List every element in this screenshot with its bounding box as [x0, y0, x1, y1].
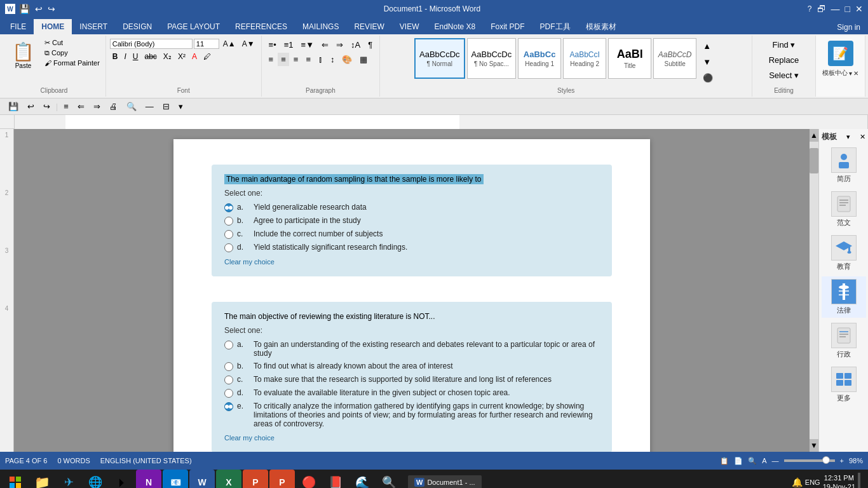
tab-home[interactable]: HOME [34, 19, 72, 34]
taskbar-word[interactable]: W [189, 470, 215, 488]
taskbar-screenshots[interactable]: 📁 [29, 470, 55, 488]
layout-btn[interactable]: ⊟ [159, 100, 173, 113]
font-size-input[interactable] [194, 39, 219, 49]
undo-quick-btn[interactable]: ↩ [34, 4, 44, 14]
scroll-down-btn[interactable]: ▼ [810, 439, 818, 452]
align-center-btn[interactable]: ≡ [278, 53, 289, 66]
style-heading2[interactable]: AaBbCcI Heading 2 [563, 38, 606, 79]
taskbar-onenote[interactable]: N [136, 470, 161, 488]
tab-review[interactable]: REVIEW [346, 19, 391, 34]
close-btn[interactable]: ✕ [855, 4, 863, 14]
paste-button[interactable]: 📋 Paste [6, 38, 40, 72]
q1-radio-d[interactable] [224, 243, 233, 252]
q2-radio-a[interactable] [224, 341, 233, 349]
shrink-font-btn[interactable]: A▼ [240, 38, 257, 50]
undo-btn[interactable]: ↩ [24, 100, 37, 113]
show-desktop-btn[interactable] [858, 473, 860, 488]
tab-references[interactable]: REFERENCES [227, 19, 295, 34]
q2-radio-e[interactable] [224, 402, 233, 411]
columns-btn[interactable]: ⫿ [315, 53, 326, 66]
scroll-up-btn[interactable]: ▲ [810, 129, 818, 142]
taskbar-edge[interactable]: 🌊 [349, 470, 375, 488]
scroll-thumb[interactable] [810, 148, 818, 173]
show-hide-btn[interactable]: ¶ [365, 38, 376, 51]
style-title[interactable]: AaBl Title [608, 38, 651, 79]
shading-btn[interactable]: 🎨 [339, 53, 355, 66]
cut-button[interactable]: ✂ Cut [43, 38, 102, 48]
notification-icon[interactable]: 🔔 [792, 477, 803, 487]
style-normal[interactable]: AaBbCcDc ¶ Normal [414, 38, 465, 79]
more-btn[interactable]: ▾ [175, 100, 186, 113]
tab-file[interactable]: FILE [3, 19, 34, 34]
copy-button[interactable]: ⧉ Copy [43, 48, 102, 58]
find-btn[interactable]: Find ▾ [770, 38, 799, 51]
line-spacing-btn[interactable]: ↕ [327, 53, 338, 66]
align-right-btn[interactable]: ≡ [290, 53, 302, 66]
help-btn[interactable]: ? [808, 4, 812, 13]
styles-down-btn[interactable]: ▼ [700, 55, 716, 69]
print-btn[interactable]: 🖨 [106, 100, 121, 113]
underline-btn[interactable]: U [130, 51, 141, 62]
taskbar-ie[interactable]: 🌐 [83, 470, 108, 488]
input-method[interactable]: ENG [805, 478, 820, 486]
panel-item-education[interactable]: 教育 [822, 233, 866, 274]
style-no-spacing[interactable]: AaBbCcDc ¶ No Spac... [467, 38, 517, 79]
superscript-btn[interactable]: X² [175, 51, 188, 62]
list-btn[interactable]: ≡ [60, 100, 72, 113]
replace-btn[interactable]: Replace [766, 53, 803, 67]
status-icon-3[interactable]: 🔍 [748, 457, 757, 465]
taskbar-ppt2[interactable]: P [269, 470, 295, 488]
strikethrough-btn[interactable]: abc [142, 51, 159, 62]
save-quick-btn[interactable]: 💾 [18, 4, 31, 14]
separator2-btn[interactable]: — [142, 100, 157, 113]
styles-more-btn[interactable]: ⚫ [700, 71, 716, 85]
taskbar-media[interactable]: ⏵ [109, 470, 135, 488]
font-color-btn[interactable]: A [189, 51, 200, 62]
q1-radio-b[interactable] [224, 217, 233, 226]
outdent-btn[interactable]: ⇐ [74, 100, 88, 113]
align-left-btn[interactable]: ≡ [266, 53, 277, 66]
taskbar-ppt1[interactable]: P [243, 470, 268, 488]
style-heading1[interactable]: AaBbCc Heading 1 [518, 38, 561, 79]
tab-templates[interactable]: 模板素材 [578, 19, 624, 34]
search-doc-btn[interactable]: 🔍 [123, 100, 140, 113]
panel-item-essay[interactable]: 范文 [822, 189, 866, 230]
q1-clear-choice[interactable]: Clear my choice [224, 258, 275, 266]
tab-endnote[interactable]: EndNote X8 [426, 19, 483, 34]
status-icon-2[interactable]: 📄 [734, 457, 743, 465]
save-btn[interactable]: 💾 [5, 100, 22, 113]
tab-mailings[interactable]: MAILINGS [295, 19, 346, 34]
style-subtitle[interactable]: AaBbCcD Subtitle [653, 38, 696, 79]
tab-pdf-tools[interactable]: PDF工具 [532, 19, 578, 34]
numbering-btn[interactable]: ≡1 [281, 38, 297, 51]
start-btn[interactable] [3, 470, 28, 488]
q2-clear-choice[interactable]: Clear my choice [224, 434, 275, 442]
font-family-select[interactable] [110, 39, 193, 49]
indent-btn[interactable]: ⇒ [90, 100, 104, 113]
q2-radio-b[interactable] [224, 362, 233, 371]
panel-item-admin[interactable]: 行政 [822, 320, 866, 362]
subscript-btn[interactable]: X₂ [161, 51, 174, 62]
restore-btn[interactable]: 🗗 [817, 4, 826, 14]
sign-in-btn[interactable]: Sign in [829, 20, 868, 34]
active-app-btn[interactable]: W Document1 - ... [408, 475, 482, 488]
sort-btn[interactable]: ↕A [348, 38, 363, 51]
panel-item-resume[interactable]: 简历 [822, 145, 866, 186]
italic-btn[interactable]: I [121, 51, 128, 62]
zoom-in-btn[interactable]: + [840, 457, 844, 464]
zoom-out-btn[interactable]: — [772, 457, 779, 464]
redo-btn[interactable]: ↪ [40, 100, 53, 113]
tab-page-layout[interactable]: PAGE LAYOUT [159, 19, 227, 34]
q1-radio-c[interactable] [224, 230, 233, 239]
borders-btn[interactable]: ▦ [356, 53, 370, 66]
tab-view[interactable]: VIEW [392, 19, 427, 34]
q2-radio-c[interactable] [224, 376, 233, 384]
q2-radio-d[interactable] [224, 389, 233, 398]
decrease-indent-btn[interactable]: ⇐ [318, 38, 332, 51]
redo-quick-btn[interactable]: ↪ [46, 4, 57, 14]
minimize-btn[interactable]: — [831, 4, 840, 14]
taskbar-app1[interactable]: 🔴 [296, 470, 322, 488]
tab-foxit[interactable]: Foxit PDF [483, 19, 532, 34]
tab-insert[interactable]: INSERT [72, 19, 115, 34]
bold-btn[interactable]: B [110, 51, 121, 62]
